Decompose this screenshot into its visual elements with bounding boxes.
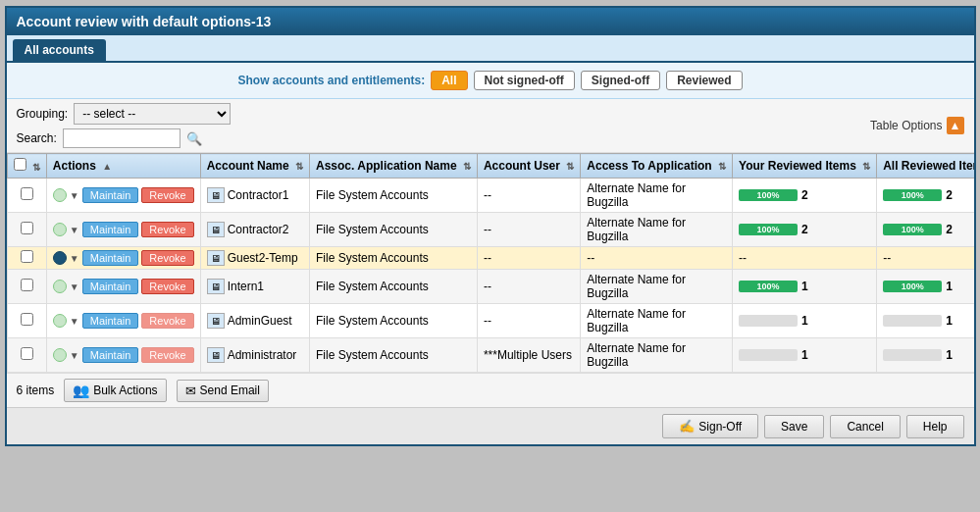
account-user-cell: ***Multiple Users (477, 338, 580, 373)
account-user-cell: -- (477, 270, 580, 304)
your-reviewed-cell: 1 (733, 338, 877, 373)
tab-bar: All accounts (7, 35, 974, 63)
account-name-cell: 🖥Guest2-Temp (200, 247, 309, 270)
help-button[interactable]: Help (906, 415, 964, 438)
sort-icon-app-name[interactable]: ⇅ (463, 161, 471, 172)
all-reviewed-count: 1 (946, 280, 953, 293)
account-icon: 🖥 (207, 279, 225, 294)
filter-btn-signed-off[interactable]: Signed-off (581, 71, 660, 90)
row-expand-icon[interactable]: ▼ (70, 316, 79, 327)
maintain-button[interactable]: Maintain (82, 187, 139, 203)
access-app-cell: Alternate Name for Bugzilla (581, 179, 733, 213)
your-reviewed-fill: 100% (739, 189, 798, 201)
row-expand-icon[interactable]: ▼ (70, 350, 79, 361)
save-button[interactable]: Save (764, 415, 824, 438)
all-reviewed-wrap: 1 (883, 348, 973, 362)
app-name-cell: File System Accounts (310, 304, 478, 338)
grouping-row: Grouping: -- select -- (17, 103, 232, 125)
all-reviewed-cell: 100% 2 (877, 179, 974, 213)
your-reviewed-wrap: 1 (739, 348, 870, 362)
row-expand-icon[interactable]: ▼ (70, 282, 79, 292)
tab-all-accounts[interactable]: All accounts (13, 39, 106, 61)
account-icon: 🖥 (207, 347, 225, 363)
table-options-button[interactable]: Table Options ▲ (870, 117, 963, 134)
maintain-button[interactable]: Maintain (82, 279, 139, 294)
filter-btn-reviewed[interactable]: Reviewed (666, 71, 742, 90)
row-checkbox[interactable] (21, 222, 33, 234)
items-count: 6 items (17, 384, 55, 397)
your-reviewed-bar (739, 349, 798, 361)
your-reviewed-cell: 1 (733, 304, 877, 338)
row-actions-group: ▼ Maintain Revoke (53, 279, 194, 294)
account-name-value: Intern1 (228, 280, 264, 293)
revoke-button[interactable]: Revoke (141, 347, 193, 363)
table-options-icon: ▲ (947, 117, 964, 134)
select-all-checkbox[interactable] (14, 158, 26, 171)
filter-btn-all[interactable]: All (431, 71, 467, 90)
row-checkbox[interactable] (21, 250, 33, 263)
maintain-button[interactable]: Maintain (82, 250, 139, 266)
grouping-select[interactable]: -- select -- (74, 103, 231, 125)
row-expand-icon[interactable]: ▼ (70, 253, 79, 264)
account-user-cell: -- (477, 179, 580, 213)
app-name-cell: File System Accounts (310, 179, 478, 213)
table-row-actions: ▼ Maintain Revoke (46, 213, 200, 247)
account-name-value: Administrator (228, 348, 297, 362)
sort-icon-your-reviewed[interactable]: ⇅ (862, 161, 870, 172)
help-label: Help (923, 420, 948, 434)
all-reviewed-bar: 100% (883, 281, 942, 292)
controls-bar: Grouping: -- select -- Search: 🔍 Table O… (7, 99, 974, 153)
revoke-button[interactable]: Revoke (141, 279, 193, 294)
your-reviewed-cell: 100% 2 (733, 213, 877, 247)
sort-icon-checkbox: ⇅ (32, 162, 40, 173)
revoke-button[interactable]: Revoke (141, 222, 193, 237)
filter-bar: Show accounts and entitlements: All Not … (7, 63, 974, 99)
sort-icon-account-name[interactable]: ⇅ (295, 161, 303, 172)
th-account-name: Account Name ⇅ (200, 154, 309, 179)
footer-bar: 6 items 👥 Bulk Actions ✉ Send Email (7, 373, 974, 407)
table-scroll[interactable]: ⇅ Actions ▲ Account Name ⇅ Assoc. Applic… (7, 153, 974, 373)
search-input[interactable] (63, 128, 181, 148)
your-reviewed-fill: 100% (739, 224, 798, 235)
maintain-button[interactable]: Maintain (82, 313, 139, 329)
maintain-button[interactable]: Maintain (82, 347, 139, 363)
table-row-actions: ▼ Maintain Revoke (46, 179, 200, 213)
sort-icon-actions[interactable]: ▲ (102, 161, 112, 172)
filter-btn-not-signed-off[interactable]: Not signed-off (474, 71, 575, 90)
search-label: Search: (17, 131, 57, 145)
all-reviewed-wrap: 100% 2 (883, 188, 973, 202)
send-email-label: Send Email (200, 384, 260, 397)
sign-off-button[interactable]: ✍ Sign-Off (662, 414, 758, 438)
row-checkbox[interactable] (21, 313, 33, 326)
table-row-actions: ▼ Maintain Revoke (46, 247, 200, 270)
main-window: Account review with default options-13 A… (5, 6, 976, 446)
row-checkbox[interactable] (21, 347, 33, 360)
your-reviewed-bar: 100% (739, 281, 798, 292)
row-expand-icon[interactable]: ▼ (70, 225, 79, 235)
row-checkbox[interactable] (21, 279, 33, 291)
your-reviewed-count: 1 (801, 348, 808, 362)
th-account-user: Account User ⇅ (477, 154, 580, 179)
row-checkbox[interactable] (21, 187, 33, 200)
row-actions-group: ▼ Maintain Revoke (53, 250, 194, 266)
table-row-actions: ▼ Maintain Revoke (46, 338, 200, 373)
account-name-value: Contractor2 (228, 223, 289, 236)
revoke-button[interactable]: Revoke (141, 187, 193, 203)
search-icon: 🔍 (186, 131, 202, 146)
account-name-value: AdminGuest (228, 314, 292, 328)
row-expand-icon[interactable]: ▼ (70, 190, 79, 201)
revoke-button[interactable]: Revoke (141, 313, 193, 329)
th-checkbox: ⇅ (7, 154, 46, 179)
sort-icon-access[interactable]: ⇅ (718, 161, 726, 172)
sort-icon-account-user[interactable]: ⇅ (566, 161, 574, 172)
cancel-button[interactable]: Cancel (830, 415, 900, 438)
your-reviewed-empty: -- (739, 251, 747, 265)
maintain-button[interactable]: Maintain (82, 222, 139, 237)
your-reviewed-wrap: 1 (739, 314, 870, 328)
access-app-cell: Alternate Name for Bugzilla (581, 304, 733, 338)
row-actions-group: ▼ Maintain Revoke (53, 313, 194, 329)
revoke-button[interactable]: Revoke (141, 250, 193, 266)
send-email-button[interactable]: ✉ Send Email (177, 380, 269, 402)
all-reviewed-count: 2 (946, 188, 953, 202)
bulk-actions-button[interactable]: 👥 Bulk Actions (64, 379, 166, 402)
